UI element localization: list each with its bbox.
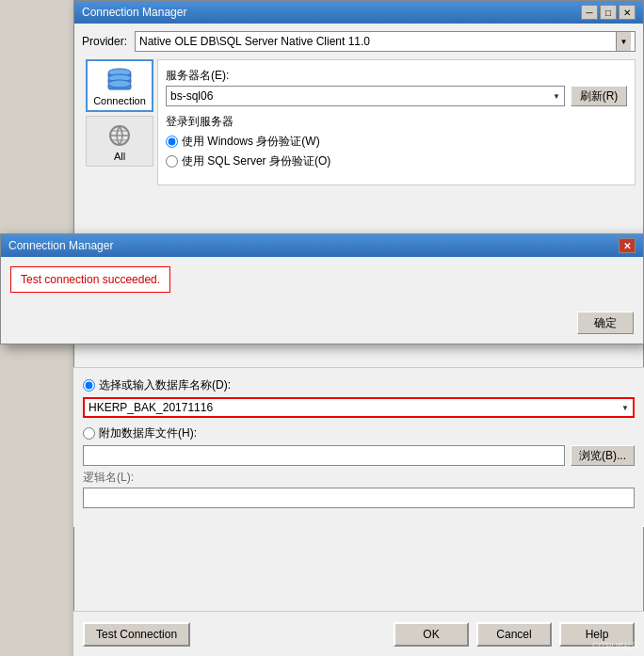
windows-auth-radio[interactable] [166, 136, 178, 148]
attach-db-label: 附加数据库文件(H): [99, 425, 197, 441]
server-name-dropdown-arrow: ▼ [553, 92, 560, 101]
server-name-row: bs-sql06 ▼ 刷新(R) [166, 86, 627, 106]
success-text: Test connection succeeded. [21, 273, 160, 286]
success-message: Test connection succeeded. [10, 266, 170, 293]
select-db-label: 选择或输入数据库名称(D): [99, 377, 231, 393]
database-panel: 选择或输入数据库名称(D): HKERP_BAK_20171116 ▼ 附加数据… [73, 367, 644, 527]
sql-auth-label: 使用 SQL Server 身份验证(O) [182, 153, 330, 169]
db-name-value: HKERP_BAK_20171116 [89, 401, 213, 414]
sql-auth-radio-item[interactable]: 使用 SQL Server 身份验证(O) [166, 153, 627, 169]
db-attach-row: 浏览(B)... [83, 445, 635, 466]
provider-row: Provider: Native OLE DB\SQL Server Nativ… [82, 31, 636, 52]
provider-label: Provider: [82, 35, 127, 48]
svg-point-5 [108, 80, 131, 88]
windows-auth-radio-item[interactable]: 使用 Windows 身份验证(W) [166, 134, 627, 150]
provider-value: Native OLE DB\SQL Server Native Client 1… [139, 35, 370, 48]
attach-db-radio-item[interactable]: 附加数据库文件(H): [83, 425, 635, 441]
tab-all-label: All [114, 151, 125, 162]
popup-close-button[interactable]: ✕ [619, 238, 636, 253]
maximize-button[interactable]: □ [600, 5, 617, 20]
close-button[interactable]: ✕ [619, 5, 636, 20]
db-dropdown-arrow: ▼ [621, 404, 629, 412]
db-name-select[interactable]: HKERP_BAK_20171116 ▼ [83, 397, 635, 418]
tab-connection[interactable]: Connection [86, 59, 153, 112]
provider-dropdown-arrow[interactable]: ▼ [616, 32, 631, 51]
logical-name-input[interactable] [83, 488, 635, 508]
server-name-input[interactable]: bs-sql06 ▼ [166, 86, 565, 106]
watermark: ©ITPUB社区 [592, 640, 640, 652]
attach-db-radio[interactable] [83, 427, 95, 440]
main-content-area: Provider: Native OLE DB\SQL Server Nativ… [74, 24, 643, 200]
sql-auth-radio[interactable] [166, 155, 178, 168]
logical-name-label: 逻辑名(L): [83, 470, 635, 486]
refresh-button[interactable]: 刷新(R) [571, 86, 627, 106]
ok-button[interactable]: OK [394, 622, 469, 647]
tab-connection-label: Connection [93, 95, 146, 106]
tab-all[interactable]: All [86, 116, 153, 167]
browse-button[interactable]: 浏览(B)... [571, 445, 635, 466]
login-section-label: 登录到服务器 [166, 114, 627, 130]
tab-area: Connection All 服务器名(E [82, 59, 636, 185]
server-name-label: 服务器名(E): [166, 68, 627, 84]
popup-title: Connection Manager [8, 239, 113, 252]
popup-ok-button[interactable]: 确定 [577, 312, 634, 334]
main-title: Connection Manager [82, 6, 186, 19]
titlebar-buttons: ─ □ ✕ [581, 5, 636, 20]
main-titlebar: Connection Manager ─ □ ✕ [74, 1, 643, 24]
select-db-radio[interactable] [83, 379, 95, 392]
auth-radio-group: 使用 Windows 身份验证(W) 使用 SQL Server 身份验证(O) [166, 134, 627, 169]
provider-select[interactable]: Native OLE DB\SQL Server Native Client 1… [135, 31, 636, 52]
popup-titlebar: Connection Manager ✕ [1, 234, 643, 257]
popup-success-dialog: Connection Manager ✕ Test connection suc… [0, 233, 644, 344]
minimize-button[interactable]: ─ [581, 5, 598, 20]
cancel-button[interactable]: Cancel [476, 622, 552, 647]
windows-auth-label: 使用 Windows 身份验证(W) [182, 134, 320, 150]
connection-tab-icon [105, 65, 135, 95]
attach-file-input[interactable] [83, 445, 565, 466]
test-connection-button[interactable]: Test Connection [83, 622, 190, 647]
server-name-value: bs-sql06 [170, 89, 213, 103]
connection-tab-content: 服务器名(E): bs-sql06 ▼ 刷新(R) 登录到服务器 使用 Wind… [157, 59, 636, 185]
select-db-radio-item[interactable]: 选择或输入数据库名称(D): [83, 377, 635, 393]
db-select-row: HKERP_BAK_20171116 ▼ [83, 397, 635, 418]
tab-sidebar: Connection All [82, 59, 157, 185]
all-tab-icon [105, 120, 135, 151]
bottom-buttons-bar: Test Connection OK Cancel Help [73, 611, 644, 656]
popup-content: Test connection succeeded. [1, 257, 643, 312]
popup-bottom-area: 确定 [1, 312, 643, 344]
